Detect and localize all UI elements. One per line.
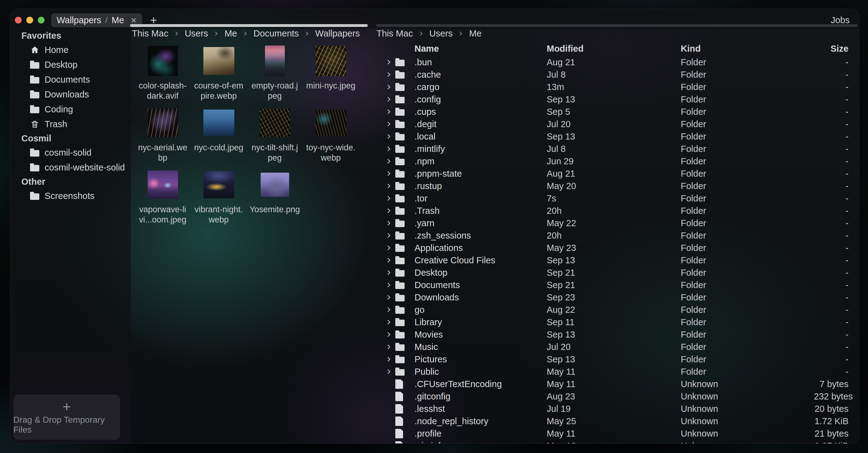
table-row[interactable]: .cargo13mFolder- [380,81,848,93]
file-grid-item[interactable]: nyc-aerial.webp [135,105,191,167]
breadcrumb-item[interactable]: This Mac [376,29,413,39]
column-header-name[interactable]: Name [410,44,547,54]
disclosure-chevron-icon[interactable] [380,257,395,264]
breadcrumb-item[interactable]: Users [185,29,208,39]
disclosure-chevron-icon[interactable] [380,269,395,276]
sidebar-item-downloads[interactable]: Downloads [10,87,131,102]
table-row[interactable]: .profileMay 11Unknown21 bytes [380,427,848,440]
table-row[interactable]: Creative Cloud FilesSep 13Folder- [380,254,848,266]
table-row[interactable]: .CFUserTextEncodingMay 11Unknown7 bytes [380,378,848,390]
tab-wallpapers-me[interactable]: Wallpapers / Me × [51,13,142,27]
file-thumbnail [260,108,290,137]
file-grid-item[interactable]: color-splash-dark.avif [135,44,191,105]
sidebar-item-label: Home [44,45,68,55]
disclosure-chevron-icon[interactable] [380,368,395,375]
disclosure-chevron-icon[interactable] [380,84,395,90]
breadcrumb-item[interactable]: This Mac [132,29,168,39]
table-row[interactable]: ApplicationsMay 23Folder- [380,242,848,254]
table-row[interactable]: .node_repl_historyMay 25Unknown1.72 KiB [380,415,848,427]
table-row[interactable]: .lesshstJul 19Unknown20 bytes [380,402,848,415]
breadcrumb-item[interactable]: Wallpapers [315,29,360,39]
disclosure-chevron-icon[interactable] [380,245,395,251]
disclosure-chevron-icon[interactable] [380,356,395,363]
table-row[interactable]: MusicJul 20Folder- [380,341,848,353]
disclosure-chevron-icon[interactable] [380,207,395,214]
disclosure-chevron-icon[interactable] [380,183,395,189]
sidebar-item-documents[interactable]: Documents [10,72,131,87]
table-row[interactable]: .rustupMay 20Folder- [380,180,848,192]
zoom-window-button[interactable] [38,17,44,24]
sidebar-item-cosmil-website-solid[interactable]: cosmil-website-solid [10,160,131,175]
breadcrumb-item[interactable]: Users [429,29,453,39]
table-row[interactable]: .gitconfigAug 23Unknown232 bytes [380,390,848,402]
table-row[interactable]: DownloadsSep 23Folder- [380,291,848,303]
sidebar-item-cosmil-solid[interactable]: cosmil-solid [10,145,131,160]
disclosure-chevron-icon[interactable] [380,145,395,152]
disclosure-chevron-icon[interactable] [380,170,395,177]
close-window-button[interactable] [15,17,22,24]
file-grid-item[interactable]: empty-road.jpeg [247,44,303,105]
table-row[interactable]: .cacheJul 8Folder- [380,68,848,81]
table-row[interactable]: goAug 22Folder- [380,303,848,316]
column-header-kind[interactable]: Kind [681,44,814,54]
file-grid-item[interactable]: nyc-cold.jpeg [191,105,247,167]
file-grid-item[interactable]: toy-nyc-wide.webp [303,105,359,167]
disclosure-chevron-icon[interactable] [380,96,395,103]
disclosure-chevron-icon[interactable] [380,232,395,239]
table-row[interactable]: DocumentsSep 21Folder- [380,279,848,291]
table-row[interactable]: .localSep 13Folder- [380,130,848,143]
file-thumbnail [261,173,289,197]
sidebar-item-desktop[interactable]: Desktop [10,57,131,72]
breadcrumb-item[interactable]: Me [224,29,237,39]
table-row[interactable]: PublicMay 11Folder- [380,365,848,378]
tab-close-icon[interactable]: × [131,15,136,25]
file-grid-item[interactable]: course-of-empire.webp [191,44,247,105]
disclosure-chevron-icon[interactable] [380,133,395,140]
disclosure-chevron-icon[interactable] [380,121,395,128]
column-header-size[interactable]: Size [814,44,848,54]
table-row[interactable]: .pnpm-stateAug 21Folder- [380,167,848,180]
sidebar-item-screenshots[interactable]: Screenshots [10,188,131,203]
disclosure-chevron-icon[interactable] [380,294,395,301]
table-row[interactable]: MoviesSep 13Folder- [380,328,848,341]
breadcrumb-item[interactable]: Documents [253,29,299,39]
disclosure-chevron-icon[interactable] [380,158,395,165]
table-row[interactable]: .degitJul 20Folder- [380,118,848,130]
file-grid-item[interactable]: mini-nyc.jpeg [303,44,359,105]
disclosure-chevron-icon[interactable] [380,195,395,202]
table-row[interactable]: .zsh_sessions20hFolder- [380,229,848,242]
sidebar-item-trash[interactable]: Trash [10,117,131,131]
disclosure-chevron-icon[interactable] [380,108,395,115]
disclosure-chevron-icon[interactable] [380,319,395,325]
table-row[interactable]: .tor7sFolder- [380,192,848,204]
file-grid-item[interactable]: nyc-tilt-shift.jpeg [247,105,303,167]
table-row[interactable]: .Trash20hFolder- [380,204,848,217]
row-modified: Jul 8 [547,70,681,80]
disclosure-chevron-icon[interactable] [380,59,395,66]
temp-files-dropzone[interactable]: + Drag & Drop Temporary Files [13,394,120,440]
table-row[interactable]: .configSep 13Folder- [380,93,848,105]
table-row[interactable]: PicturesSep 13Folder- [380,353,848,365]
breadcrumb-item[interactable]: Me [469,29,482,39]
table-row[interactable]: .yarnMay 22Folder- [380,217,848,229]
table-row[interactable]: .mintlifyJul 8Folder- [380,143,848,155]
table-row[interactable]: .bunAug 21Folder- [380,56,848,68]
disclosure-chevron-icon[interactable] [380,344,395,350]
minimize-window-button[interactable] [26,17,33,24]
table-row[interactable]: .cupsSep 5Folder- [380,105,848,118]
file-grid-item[interactable]: vibrant-night.webp [191,167,247,229]
table-row[interactable]: LibrarySep 11Folder- [380,316,848,328]
table-row[interactable]: .viminfoMay 12Unknown1.07 KiB [380,440,848,444]
disclosure-chevron-icon[interactable] [380,220,395,226]
table-row[interactable]: DesktopSep 21Folder- [380,266,848,279]
table-row[interactable]: .npmJun 29Folder- [380,155,848,167]
disclosure-chevron-icon[interactable] [380,71,395,78]
file-grid-item[interactable]: vaporwave-livi...oom.jpeg [135,167,191,229]
sidebar-item-home[interactable]: Home [10,42,131,57]
sidebar-item-coding[interactable]: Coding [10,102,131,117]
disclosure-chevron-icon[interactable] [380,282,395,288]
column-header-modified[interactable]: Modified [547,44,681,54]
disclosure-chevron-icon[interactable] [380,306,395,313]
file-grid-item[interactable]: Yosemite.png [247,167,303,229]
disclosure-chevron-icon[interactable] [380,331,395,338]
